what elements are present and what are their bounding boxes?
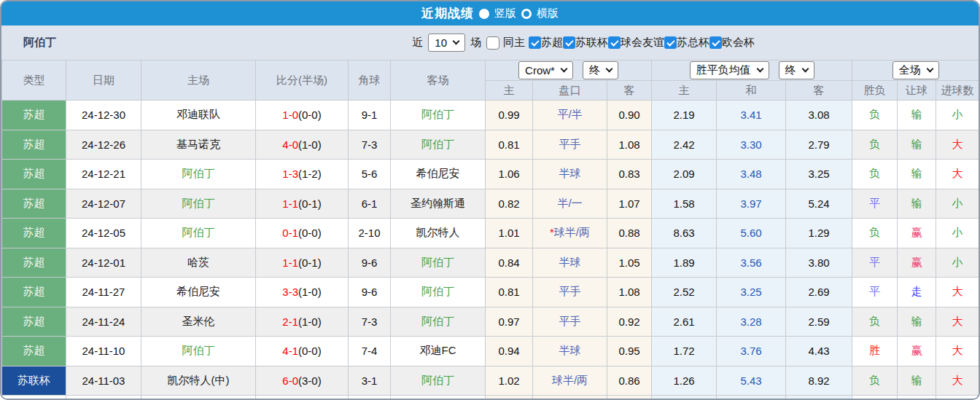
league-filters: 苏超苏联杯球会友谊苏总杯欧会杯 [529, 36, 755, 50]
home-team[interactable]: 邓迪联队 [141, 101, 256, 130]
away-team[interactable]: 希伯尼安 [391, 160, 486, 189]
radio-vertical-selected[interactable] [479, 9, 489, 19]
filter-controls: 近 10 场 同主 苏超苏联杯球会友谊苏总杯欧会杯 [411, 34, 755, 52]
league-badge: 苏超 [2, 130, 66, 160]
bookmaker-period-select[interactable]: 终 [583, 61, 618, 79]
odds-home: 2.09 [652, 160, 717, 189]
league-filter-label[interactable]: 苏总杯 [677, 36, 709, 50]
away-team[interactable]: 阿伯丁 [391, 278, 486, 307]
filler-cell [256, 396, 349, 400]
league-checkbox-0[interactable] [529, 36, 541, 49]
away-team[interactable]: 阿伯丁 [391, 101, 486, 130]
match-date: 24-12-05 [66, 219, 141, 248]
odds-home: 8.63 [652, 219, 717, 248]
match-row: 苏超24-12-05阿伯丁0-1(0-0)2-10凯尔特人1.01*球半/两0.… [2, 219, 979, 248]
home-team[interactable]: 阿伯丁 [141, 160, 256, 189]
handicap-result-cell: 走 [898, 278, 936, 307]
odds-away: 8.92 [786, 366, 852, 396]
ah-home-odds: 1.01 [486, 219, 533, 248]
filler-cell [852, 396, 898, 400]
odds-away: 2.69 [786, 278, 852, 307]
league-badge: 苏超 [2, 248, 66, 278]
away-team[interactable]: 邓迪FC [391, 337, 486, 366]
same-home-label[interactable]: 同主 [503, 36, 525, 50]
odds-away: 2.59 [786, 307, 852, 337]
chevron-down-icon [560, 66, 567, 73]
league-filter-label[interactable]: 欧会杯 [722, 36, 755, 50]
ah-line: 平手 [533, 307, 607, 337]
goals-cell: 小 [936, 189, 979, 219]
away-team[interactable]: 阿伯丁 [391, 130, 486, 160]
match-count-select[interactable]: 10 [428, 34, 465, 52]
league-filter-label[interactable]: 苏超 [541, 36, 563, 50]
chevron-down-icon [926, 66, 933, 73]
odds-draw: 3.97 [717, 189, 786, 219]
filler-cell [717, 396, 786, 400]
home-team[interactable]: 阿伯丁 [141, 337, 256, 366]
filler-cell [66, 396, 141, 400]
match-row-partial [2, 396, 979, 400]
away-team[interactable]: 圣约翰斯通 [391, 189, 486, 219]
match-score: 4-0(1-0) [256, 130, 349, 160]
league-checkbox-1[interactable] [563, 36, 575, 49]
goals-cell: 小 [936, 219, 979, 248]
match-date: 24-12-30 [66, 101, 141, 130]
ah-line: *球半/两 [533, 219, 607, 248]
odds-away: 1.29 [786, 219, 852, 248]
radio-vertical-label[interactable]: 竖版 [494, 7, 516, 20]
ah-away-odds: 1.08 [607, 130, 652, 160]
league-checkbox-3[interactable] [664, 36, 677, 49]
goals-cell: 小 [936, 101, 979, 130]
odds-group-header: 胜平负均值 终 [652, 60, 852, 81]
league-badge: 苏超 [2, 160, 66, 189]
col-header-ah-line: 盘口 [533, 81, 607, 101]
odds-home: 2.19 [652, 101, 717, 130]
home-team[interactable]: 基马诺克 [141, 130, 256, 160]
corner-score: 9-6 [349, 248, 391, 278]
odds-avg-select[interactable]: 胜平负均值 [690, 61, 769, 79]
ah-away-odds: 0.86 [607, 366, 652, 396]
league-checkbox-2[interactable] [608, 36, 621, 49]
odds-avg-value: 胜平负均值 [696, 63, 751, 77]
fulltime-score: 1-1 [282, 256, 298, 269]
near-label: 近 [412, 36, 423, 50]
radio-horizontal-unselected[interactable] [521, 9, 532, 19]
handicap-result-cell: 输 [898, 366, 936, 396]
away-team[interactable]: 阿伯丁 [391, 307, 486, 337]
match-row: 苏超24-12-30邓迪联队1-0(0-0)9-1阿伯丁0.99平/半0.902… [2, 101, 979, 130]
handicap-result-cell: 输 [898, 130, 936, 160]
fulltime-score: 1-3 [282, 168, 298, 180]
bookmaker-select[interactable]: Crow* [518, 61, 573, 79]
filler-cell [533, 396, 607, 400]
corner-score: 3-1 [349, 366, 391, 396]
home-team[interactable]: 阿伯丁 [141, 189, 256, 219]
ah-line-text: 平手 [559, 285, 581, 297]
league-checkbox-4[interactable] [709, 36, 722, 49]
match-row: 苏联杯24-11-03凯尔特人(中)6-0(3-0)3-1阿伯丁1.02球半/两… [2, 366, 979, 396]
col-header-away: 客场 [391, 60, 486, 101]
col-header-ah-home: 主 [486, 81, 533, 101]
league-filter-label[interactable]: 球会友谊 [621, 36, 664, 50]
radio-horizontal-label[interactable]: 横版 [537, 7, 559, 20]
corner-score: 5-6 [349, 160, 391, 189]
match-score: 0-1(0-0) [256, 219, 349, 248]
home-team[interactable]: 希伯尼安 [141, 278, 256, 307]
match-date: 24-12-07 [66, 189, 141, 219]
result-cell: 平 [852, 278, 898, 307]
filter-bar: 阿伯丁 近 10 场 同主 苏超苏联杯球会友谊苏总杯欧会杯 [1, 26, 979, 60]
home-team[interactable]: 圣米伦 [141, 307, 256, 337]
filler-cell [141, 396, 256, 400]
scope-select[interactable]: 全场 [892, 61, 939, 79]
away-team[interactable]: 凯尔特人 [391, 219, 486, 248]
home-team[interactable]: 阿伯丁 [141, 219, 256, 248]
chevron-down-icon [605, 66, 612, 73]
match-score: 4-1(0-0) [256, 337, 349, 366]
away-team[interactable]: 阿伯丁 [391, 366, 486, 396]
away-team[interactable]: 阿伯丁 [391, 248, 486, 278]
odds-period-select[interactable]: 终 [779, 61, 814, 79]
league-badge: 苏超 [2, 337, 66, 366]
league-filter-label[interactable]: 苏联杯 [575, 36, 608, 50]
home-team[interactable]: 凯尔特人(中) [141, 366, 256, 396]
same-home-checkbox[interactable] [486, 36, 499, 50]
home-team[interactable]: 哈茨 [141, 248, 256, 278]
